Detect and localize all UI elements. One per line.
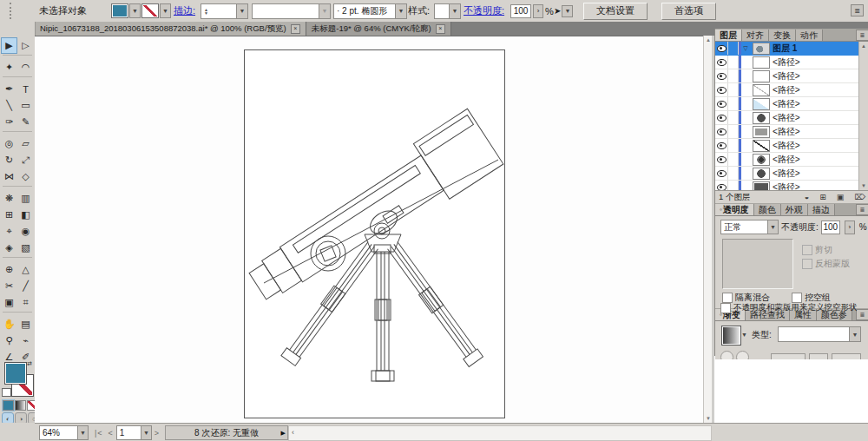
scale-tool[interactable]: ⤢ (17, 152, 34, 168)
symbol-sprayer-tool[interactable]: ❋ (1, 190, 17, 207)
control-bar-grip[interactable] (10, 3, 11, 19)
layer-name[interactable]: 图层 1 (773, 43, 858, 55)
layer-row-selected[interactable]: ▽图层 1 (715, 42, 868, 56)
layers-tab-3[interactable]: 变换 (769, 30, 796, 41)
line-segment-tool[interactable]: ╲ (1, 97, 17, 114)
chevron-down-icon[interactable]: ▼ (849, 327, 860, 341)
swap-fill-stroke-icon[interactable]: ⇄ (27, 360, 32, 367)
lasso-tool[interactable]: ◠ (17, 59, 34, 76)
artboard-number-combo[interactable]: 1▼ (116, 425, 152, 440)
eraser-tool[interactable]: ▱ (17, 135, 34, 152)
stroke-panel-link[interactable]: 描边: (174, 0, 195, 22)
zoom-level-combo[interactable]: 64%▼ (39, 426, 89, 439)
select-similar-icon[interactable]: ➤ (554, 6, 561, 16)
canvas-area[interactable] (35, 36, 703, 424)
layer-row[interactable]: <路径> (715, 97, 868, 111)
layer-name[interactable]: <路径> (773, 154, 858, 166)
layer-thumbnail[interactable] (753, 43, 770, 55)
chevron-down-icon[interactable]: ▼ (236, 4, 247, 18)
layer-row[interactable]: <路径> (715, 153, 868, 167)
scroll-left-icon[interactable]: ‹ (292, 428, 294, 437)
default-fill-stroke-icon[interactable] (2, 388, 11, 397)
layer-thumbnail[interactable] (753, 154, 770, 166)
expand-triangle-icon[interactable]: ▽ (741, 45, 750, 52)
selection-tool[interactable]: ▶ (1, 37, 17, 54)
mesh-tool[interactable]: ⊞ (1, 207, 17, 223)
layer-name[interactable]: <路径> (773, 98, 858, 110)
eyedropper-tool[interactable]: ⌖ (1, 223, 17, 240)
chevron-down-icon[interactable]: ▼ (129, 3, 141, 18)
transparency-tab-3[interactable]: 外观 (781, 204, 808, 215)
visibility-eye-icon[interactable] (715, 83, 728, 96)
layer-name[interactable]: <路径> (773, 126, 858, 138)
transparency-tab-2[interactable]: 颜色 (754, 204, 781, 215)
layer-thumbnail[interactable] (753, 181, 770, 191)
new-sublayer-icon[interactable]: ⊞ (819, 193, 826, 201)
scroll-up-icon[interactable]: ▲ (706, 37, 711, 43)
hand-tool[interactable]: ✋ (1, 316, 17, 332)
transparency-tab-4[interactable]: 描边 (808, 204, 835, 215)
pencil-tool[interactable]: ✎ (17, 114, 34, 130)
layer-thumbnail[interactable] (753, 56, 770, 69)
status-display[interactable]: 8 次还原: 无重做▶ (165, 426, 288, 439)
delete-layer-icon[interactable]: ⌦ (854, 193, 865, 201)
gradient-tool[interactable]: ◧ (17, 207, 34, 223)
first-artboard-icon[interactable]: |< (95, 429, 103, 438)
stroke-weight-combo[interactable]: ▲▼▼ (201, 0, 248, 22)
scroll-up-icon[interactable]: ▲ (861, 43, 866, 49)
layer-row[interactable]: <路径> (715, 167, 868, 181)
chevron-down-icon[interactable]: ▼ (741, 332, 747, 338)
lock-toggle[interactable] (728, 167, 739, 180)
variable-width-profile-combo[interactable]: · 2 pt. 椭圆形▼ (333, 0, 407, 22)
width-tool[interactable]: ⋈ (1, 168, 17, 185)
document-setup-button[interactable]: 文档设置 (583, 0, 648, 22)
layer-thumbnail[interactable] (753, 140, 770, 152)
chevron-down-icon[interactable]: ▼ (77, 426, 88, 439)
lock-toggle[interactable] (728, 181, 739, 190)
opacity-popup-icon[interactable]: › (533, 4, 543, 18)
layer-row[interactable]: <路径> (715, 69, 868, 83)
free-transform-tool[interactable]: ◇ (17, 168, 34, 185)
fill-color-swatch[interactable] (4, 362, 27, 385)
panel-menu-icon[interactable]: ≣ (856, 30, 868, 41)
visibility-eye-icon[interactable] (715, 111, 728, 124)
layer-name[interactable]: <路径> (773, 56, 858, 69)
artboard[interactable] (244, 49, 505, 418)
lock-toggle[interactable] (728, 125, 739, 138)
knife-tool[interactable]: ╱ (17, 278, 34, 294)
stroke-color-control[interactable]: ▼ (141, 0, 171, 22)
visibility-eye-icon[interactable] (715, 153, 728, 166)
stroke-swatch-icon[interactable] (141, 3, 159, 18)
layer-thumbnail[interactable] (753, 112, 770, 124)
visibility-eye-icon[interactable] (715, 167, 728, 180)
layers-tab-2[interactable]: 对齐 (742, 30, 769, 41)
opacity-popup-icon[interactable]: › (845, 220, 855, 234)
layer-name[interactable]: <路径> (773, 140, 858, 152)
zoom-tool[interactable]: ⚲ (1, 332, 17, 349)
status-popup-icon[interactable]: ▶ (281, 430, 286, 437)
lock-toggle[interactable] (728, 42, 739, 55)
visibility-eye-icon[interactable] (715, 125, 728, 138)
rotate-tool[interactable]: ↻ (1, 152, 17, 168)
visibility-eye-icon[interactable] (715, 181, 728, 190)
close-icon[interactable]: × (291, 24, 300, 34)
perspective-selection-tool[interactable]: △ (17, 261, 34, 278)
layer-row[interactable]: <路径> (715, 125, 868, 139)
lock-toggle[interactable] (728, 111, 739, 124)
next-artboard-icon[interactable]: > (155, 429, 160, 438)
live-paint-bucket-tool[interactable]: ◈ (1, 240, 17, 256)
style-combo[interactable]: ▼ (434, 0, 461, 22)
visibility-eye-icon[interactable] (715, 42, 728, 55)
chevron-down-icon[interactable]: ▼ (141, 426, 151, 439)
horizontal-scrollbar[interactable]: ‹ (288, 425, 712, 441)
paintbrush-tool[interactable]: ✑ (1, 114, 17, 130)
document-tab[interactable]: 未标题-19* @ 64% (CMYK/轮廓)× (306, 22, 451, 36)
previous-artboard-icon[interactable]: < (108, 429, 114, 438)
visibility-eye-icon[interactable] (715, 97, 728, 110)
lock-toggle[interactable] (728, 97, 739, 110)
preferences-button[interactable]: 首选项 (661, 0, 716, 22)
live-paint-selection-tool[interactable]: ▧ (17, 240, 34, 256)
column-graph-tool[interactable]: ▥ (17, 190, 34, 207)
layer-row[interactable]: <路径> (715, 83, 868, 97)
layer-name[interactable]: <路径> (773, 181, 858, 191)
